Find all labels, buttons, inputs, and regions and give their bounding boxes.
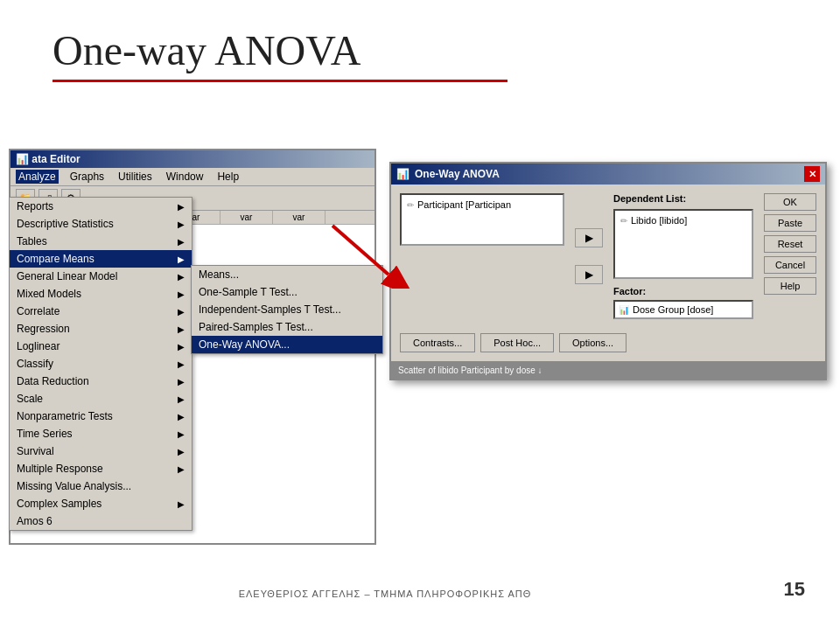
- reports-arrow: ▶: [178, 202, 185, 212]
- dialog-middle: ▶ ▶: [571, 193, 606, 319]
- scatter-label: Scatter of libido Participant by dose ↓: [398, 366, 542, 375]
- contrasts-button[interactable]: Contrasts...: [400, 333, 475, 352]
- menu-complex-samples[interactable]: Complex Samples ▶: [10, 495, 192, 512]
- slide-title: One-way ANOVA: [52, 26, 508, 74]
- paste-button[interactable]: Paste: [764, 214, 816, 232]
- options-button[interactable]: Options...: [559, 333, 626, 352]
- help-button[interactable]: Help: [764, 277, 816, 295]
- dialog-body: ✏ Participant [Participan ▶ ▶ Dependent …: [391, 185, 825, 328]
- menu-amos6[interactable]: Amos 6: [10, 512, 192, 530]
- footer-text: ΕΛΕΥΘΕΡΙΟΣ ΑΓΓΕΛΗΣ – ΤΜΗΜΑ ΠΛΗΡΟΦΟΡΙΚΗΣ …: [0, 589, 770, 599]
- post-hoc-button[interactable]: Post Hoc...: [480, 333, 554, 352]
- participant-item: ✏ Participant [Participan: [405, 199, 559, 211]
- dialog-left-panel: ✏ Participant [Participan: [400, 193, 564, 319]
- mixed-models-arrow: ▶: [178, 289, 185, 299]
- factor-icon: 📊: [619, 305, 629, 315]
- menu-mixed-models[interactable]: Mixed Models ▶: [10, 285, 192, 303]
- red-arrow: [324, 219, 411, 289]
- dialog-close-button[interactable]: ✕: [804, 166, 820, 182]
- menu-multiple-response[interactable]: Multiple Response ▶: [10, 460, 192, 477]
- dialog-window-icon: 📊: [396, 168, 410, 180]
- analyze-dropdown: Reports ▶ Descriptive Statistics ▶ Table…: [9, 197, 192, 531]
- time-series-arrow: ▶: [178, 429, 185, 439]
- participant-listbox[interactable]: ✏ Participant [Participan: [400, 193, 564, 246]
- transfer-to-dependent-btn[interactable]: ▶: [575, 228, 603, 247]
- data-reduction-arrow: ▶: [178, 377, 185, 387]
- menu-general-linear-model[interactable]: General Linear Model ▶: [10, 268, 192, 285]
- compare-means-arrow: ▶: [178, 254, 185, 264]
- dependent-list-label: Dependent List:: [613, 193, 753, 204]
- menu-nonparametric-tests[interactable]: Nonparametric Tests ▶: [10, 408, 192, 425]
- menu-analyze[interactable]: Analyze: [16, 170, 59, 184]
- menu-utilities[interactable]: Utilities: [116, 170, 155, 184]
- title-underline: [52, 80, 508, 82]
- submenu-independent-t[interactable]: Independent-Samples T Test...: [192, 301, 382, 318]
- col-header-5: var: [220, 211, 273, 224]
- menu-bar: Analyze Graphs Utilities Window Help: [10, 168, 374, 186]
- loglinear-arrow: ▶: [178, 342, 185, 352]
- multiple-response-arrow: ▶: [178, 464, 185, 474]
- menu-compare-means[interactable]: Compare Means ▶: [10, 250, 192, 268]
- anova-dialog: 📊 One-Way ANOVA ✕ ✏ Participant [Partici…: [389, 162, 827, 380]
- dialog-right-panel: Dependent List: ✏ Libido [libido] Factor…: [613, 193, 753, 319]
- menu-survival[interactable]: Survival ▶: [10, 442, 192, 460]
- menu-time-series[interactable]: Time Series ▶: [10, 425, 192, 442]
- menu-reports[interactable]: Reports ▶: [10, 198, 192, 215]
- dialog-titlebar-left: 📊 One-Way ANOVA: [396, 168, 500, 180]
- slide-number: 15: [784, 578, 805, 601]
- correlate-arrow: ▶: [178, 307, 185, 317]
- pencil-icon: ✏: [407, 200, 414, 210]
- scatter-plot-preview: Scatter of libido Participant by dose ↓: [391, 361, 825, 379]
- submenu-oneway-anova[interactable]: One-Way ANOVA...: [192, 336, 382, 353]
- dialog-titlebar: 📊 One-Way ANOVA ✕: [391, 164, 825, 185]
- menu-classify[interactable]: Classify ▶: [10, 355, 192, 373]
- factor-box[interactable]: 📊 Dose Group [dose]: [613, 300, 753, 319]
- menu-correlate[interactable]: Correlate ▶: [10, 303, 192, 320]
- scale-arrow: ▶: [178, 394, 185, 404]
- menu-regression[interactable]: Regression ▶: [10, 320, 192, 338]
- dialog-bottom-buttons: Contrasts... Post Hoc... Options...: [391, 328, 825, 361]
- dialog-title: One-Way ANOVA: [415, 168, 500, 180]
- dependent-pencil-icon: ✏: [620, 216, 627, 226]
- dependent-listbox[interactable]: ✏ Libido [libido]: [613, 209, 753, 279]
- submenu-paired-t[interactable]: Paired-Samples T Test...: [192, 318, 382, 336]
- col-header-6: var: [273, 211, 326, 224]
- complex-samples-arrow: ▶: [178, 499, 185, 509]
- menu-data-reduction[interactable]: Data Reduction ▶: [10, 373, 192, 390]
- reset-button[interactable]: Reset: [764, 235, 816, 253]
- regression-arrow: ▶: [178, 324, 185, 334]
- window-icon: 📊: [16, 153, 29, 165]
- svg-line-1: [332, 226, 388, 275]
- transfer-to-factor-btn[interactable]: ▶: [575, 265, 603, 284]
- tables-arrow: ▶: [178, 237, 185, 247]
- menu-graphs[interactable]: Graphs: [67, 170, 107, 184]
- cancel-button[interactable]: Cancel: [764, 256, 816, 274]
- menu-loglinear[interactable]: Loglinear ▶: [10, 338, 192, 355]
- dependent-item: ✏ Libido [libido]: [619, 214, 748, 226]
- menu-descriptive-statistics[interactable]: Descriptive Statistics ▶: [10, 215, 192, 233]
- nonparam-arrow: ▶: [178, 412, 185, 421]
- ok-button[interactable]: OK: [764, 193, 816, 211]
- menu-tables[interactable]: Tables ▶: [10, 233, 192, 250]
- slide: One-way ANOVA 📊 ata Editor Analyze Graph…: [0, 0, 840, 627]
- desc-stats-arrow: ▶: [178, 219, 185, 229]
- menu-help[interactable]: Help: [214, 170, 242, 184]
- factor-label: Factor:: [613, 286, 753, 296]
- title-area: One-way ANOVA: [52, 26, 508, 82]
- menu-missing-value-analysis[interactable]: Missing Value Analysis...: [10, 477, 192, 495]
- menu-window[interactable]: Window: [164, 170, 206, 184]
- menu-scale[interactable]: Scale ▶: [10, 390, 192, 408]
- dialog-buttons: OK Paste Reset Cancel Help: [764, 193, 816, 319]
- survival-arrow: ▶: [178, 447, 185, 456]
- glm-arrow: ▶: [178, 272, 185, 282]
- classify-arrow: ▶: [178, 359, 185, 369]
- data-editor-titlebar: 📊 ata Editor: [10, 150, 374, 168]
